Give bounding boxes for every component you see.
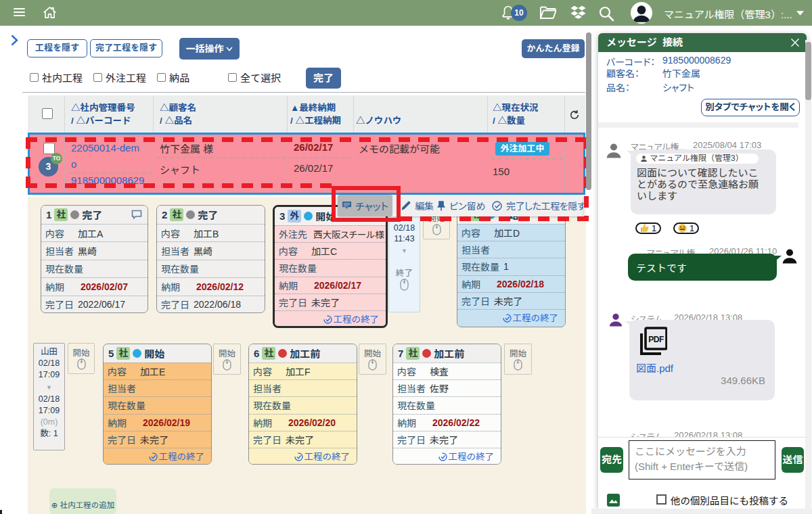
- svg-text:PDF: PDF: [648, 335, 664, 344]
